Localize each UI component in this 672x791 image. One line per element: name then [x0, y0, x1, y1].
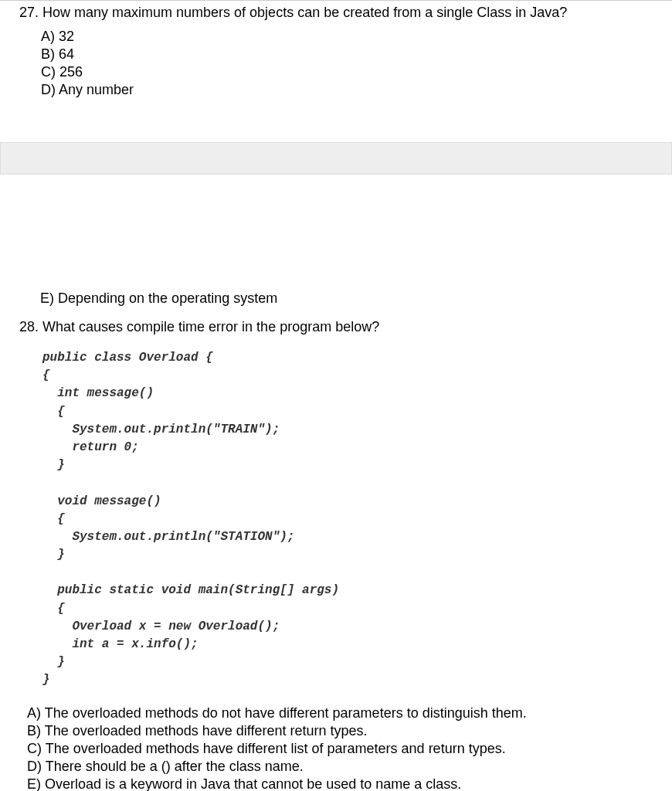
question-28-text: 28. What causes compile time error in th…	[19, 319, 672, 335]
question-28-code: public class Overload { { int message() …	[19, 349, 672, 690]
q28-option-d: D) There should be a () after the class …	[27, 759, 672, 775]
question-28-block: 28. What causes compile time error in th…	[0, 319, 672, 791]
q27-option-e: E) Depending on the operating system	[40, 290, 672, 307]
question-27-text: 27. How many maximum numbers of objects …	[19, 5, 672, 21]
question-27-block: 27. How many maximum numbers of objects …	[0, 0, 672, 104]
q27-option-e-continued: E) Depending on the operating system	[0, 290, 672, 307]
q27-option-b: B) 64	[41, 46, 672, 63]
q28-option-b: B) The overloaded methods have different…	[27, 723, 672, 739]
question-28-options: A) The overloaded methods do not have di…	[19, 705, 672, 791]
q27-option-a: A) 32	[41, 29, 672, 45]
q27-option-c: C) 256	[41, 64, 672, 80]
q28-option-e: E) Overload is a keyword in Java that ca…	[27, 776, 672, 791]
q27-option-d: D) Any number	[41, 82, 672, 98]
page-separator	[0, 142, 672, 175]
q28-option-a: A) The overloaded methods do not have di…	[27, 705, 672, 721]
question-27-options: A) 32 B) 64 C) 256 D) Any number	[19, 29, 672, 98]
q28-option-c: C) The overloaded methods have different…	[27, 741, 672, 757]
